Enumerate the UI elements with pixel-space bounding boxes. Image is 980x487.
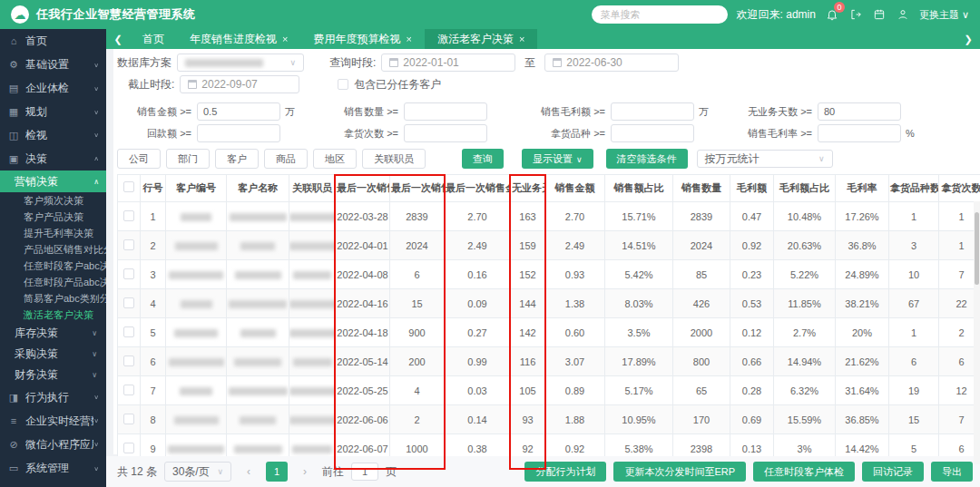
tabs-scroll-right-icon[interactable]: ❯ xyxy=(956,34,980,45)
sidebar-subitem-7[interactable]: 激活老客户决策 xyxy=(0,307,106,323)
sidebar-item-2[interactable]: ▤企业体检∨ xyxy=(0,76,106,100)
sidebar-item-0[interactable]: ⌂首页 xyxy=(0,29,106,53)
sidebar-group-0[interactable]: 库存决策∨ xyxy=(0,323,106,344)
row-checkbox[interactable] xyxy=(123,443,134,453)
dimension-button-3[interactable]: 商品 xyxy=(264,149,308,169)
sidebar-subitem-6[interactable]: 简易客户abc类别分析 xyxy=(0,290,106,307)
goto-page-input[interactable] xyxy=(351,463,378,481)
table-row[interactable]: 12022-03-2828392.701632.7015.71%28390.47… xyxy=(118,202,980,231)
table-row[interactable]: 72022-05-2540.031050.895.17%650.286.32%3… xyxy=(118,376,980,405)
footer-button-1[interactable]: 更新本次分发时间至ERP xyxy=(613,462,746,482)
select-all-checkbox[interactable] xyxy=(123,181,134,192)
dimension-button-4[interactable]: 地区 xyxy=(313,149,357,169)
prev-page-button[interactable]: ‹ xyxy=(239,462,259,482)
column-header-0[interactable]: 行号 xyxy=(141,175,166,202)
clear-filters-button[interactable]: 清空筛选条件 xyxy=(606,149,688,169)
date-from-input[interactable]: 2022-01-01 xyxy=(381,54,515,72)
row-checkbox[interactable] xyxy=(123,268,134,279)
sidebar-subitem-0[interactable]: 客户频次决策 xyxy=(0,192,106,209)
column-header-9[interactable]: 销售额占比 xyxy=(605,175,673,202)
column-header-11[interactable]: 毛利额 xyxy=(730,175,774,202)
row-checkbox[interactable] xyxy=(123,210,134,221)
filter-field-input[interactable] xyxy=(611,124,694,142)
date-to-input[interactable]: 2022-06-30 xyxy=(544,54,679,72)
tab-close-icon[interactable]: × xyxy=(519,34,524,44)
include-assigned-checkbox[interactable] xyxy=(338,79,348,90)
scheme-select[interactable]: ∨ xyxy=(177,54,304,72)
sidebar-item-5[interactable]: ▣决策∧ xyxy=(0,147,106,170)
column-header-1[interactable]: 客户编号 xyxy=(166,175,227,202)
column-header-7[interactable]: 无业务天数 xyxy=(511,175,545,202)
column-header-10[interactable]: 销售数量 xyxy=(673,175,730,202)
tab-2[interactable]: 费用年度预算检视× xyxy=(300,29,424,49)
next-page-button[interactable]: › xyxy=(295,462,315,482)
sidebar-bottom-item-3[interactable]: ▭系统管理∨ xyxy=(0,456,106,480)
filter-field-input[interactable] xyxy=(197,124,280,142)
dimension-button-5[interactable]: 关联职员 xyxy=(362,149,426,169)
sidebar-subitem-1[interactable]: 客户产品决策 xyxy=(0,209,106,225)
table-row[interactable]: 22022-04-0120242.491592.4914.51%20240.92… xyxy=(118,231,980,260)
tab-1[interactable]: 年度销售进度检视× xyxy=(177,29,300,49)
deadline-date-input[interactable]: 2022-09-07 xyxy=(180,75,299,93)
page-size-select[interactable]: 30条/页 ∨ xyxy=(164,462,231,482)
dimension-button-2[interactable]: 客户 xyxy=(215,149,259,169)
footer-button-4[interactable]: 导出 xyxy=(931,462,973,482)
column-header-6[interactable]: 最后一次销售金额 xyxy=(445,175,511,202)
column-header-2[interactable]: 客户名称 xyxy=(227,175,289,202)
table-row[interactable]: 82022-06-0620.14931.8810.95%1700.6915.59… xyxy=(118,405,980,434)
sidebar-group-1[interactable]: 采购决策∨ xyxy=(0,344,106,365)
row-checkbox[interactable] xyxy=(123,356,134,366)
sidebar-group-2[interactable]: 财务决策∨ xyxy=(0,365,106,385)
column-header-14[interactable]: 拿货品种数 xyxy=(889,175,939,202)
row-checkbox[interactable] xyxy=(123,239,134,250)
unit-statistic-select[interactable]: 按万元统计 ∨ xyxy=(697,150,833,168)
footer-button-0[interactable]: 分配行为计划 xyxy=(524,462,606,482)
calendar-icon[interactable] xyxy=(872,7,887,22)
column-header-3[interactable]: 关联职员 xyxy=(289,175,336,202)
sidebar-subitem-3[interactable]: 产品地区销售对比分析 xyxy=(0,241,106,258)
table-row[interactable]: 32022-04-0860.161520.935.42%850.235.22%2… xyxy=(118,260,980,289)
sidebar-item-1[interactable]: ⚙基础设置∨ xyxy=(0,53,106,76)
footer-button-2[interactable]: 任意时段客户体检 xyxy=(753,462,855,482)
tab-3[interactable]: 激活老客户决策× xyxy=(425,29,537,49)
current-page-button[interactable]: 1 xyxy=(266,462,288,482)
sidebar-item-4[interactable]: ◫检视∨ xyxy=(0,123,106,147)
sidebar-bottom-item-1[interactable]: ≡企业实时经营数据∨ xyxy=(0,409,106,433)
filter-field-input[interactable] xyxy=(818,102,901,121)
tab-0[interactable]: 首页 xyxy=(130,29,177,49)
filter-field-input[interactable] xyxy=(197,102,280,121)
table-row[interactable]: 42022-04-16150.091441.388.03%4260.5311.8… xyxy=(118,289,980,318)
tab-close-icon[interactable]: × xyxy=(406,34,411,44)
column-header-4[interactable]: 最后一次销售日期 xyxy=(336,175,390,202)
dimension-button-1[interactable]: 部门 xyxy=(166,149,210,169)
row-checkbox[interactable] xyxy=(123,385,134,395)
sidebar-subitem-5[interactable]: 任意时段产品abc决策 xyxy=(0,274,106,290)
sidebar-subitem-2[interactable]: 提升毛利率决策 xyxy=(0,225,106,241)
theme-switch[interactable]: 更换主题 ∨ xyxy=(919,8,969,22)
column-header-12[interactable]: 毛利额占比 xyxy=(774,175,836,202)
vertical-scrollbar[interactable] xyxy=(974,201,980,464)
column-header-5[interactable]: 最后一次销售数量 xyxy=(390,175,445,202)
filter-field-input[interactable] xyxy=(404,124,487,142)
sidebar-bottom-item-0[interactable]: ◨行为执行∨ xyxy=(0,385,106,409)
sidebar-group-marketing[interactable]: 营销决策 ∧ xyxy=(0,170,106,192)
column-header-8[interactable]: 销售金额 xyxy=(545,175,605,202)
footer-button-3[interactable]: 回访记录 xyxy=(862,462,924,482)
sidebar-item-3[interactable]: ▦规划∨ xyxy=(0,100,106,123)
table-row[interactable]: 62022-05-142000.991163.0717.89%8000.6614… xyxy=(118,347,980,376)
tabs-scroll-left-icon[interactable]: ❮ xyxy=(106,34,130,45)
tab-close-icon[interactable]: × xyxy=(282,34,288,44)
notification-bell-icon[interactable]: 0 xyxy=(825,7,839,22)
row-checkbox[interactable] xyxy=(123,326,134,337)
dimension-button-0[interactable]: 公司 xyxy=(117,149,161,169)
sidebar-subitem-4[interactable]: 任意时段客户abc决策 xyxy=(0,258,106,274)
filter-field-input[interactable] xyxy=(818,124,901,142)
filter-field-input[interactable] xyxy=(404,102,487,121)
user-settings-icon[interactable] xyxy=(896,7,910,22)
sidebar-bottom-item-2[interactable]: ⊘微信小程序应用∨ xyxy=(0,433,106,456)
column-header-13[interactable]: 毛利率 xyxy=(836,175,889,202)
display-settings-button[interactable]: 显示设置∨ xyxy=(522,149,593,169)
logout-icon[interactable] xyxy=(848,7,863,22)
table-row[interactable]: 52022-04-189000.271420.603.5%20000.122.7… xyxy=(118,318,980,347)
row-checkbox[interactable] xyxy=(123,297,134,308)
